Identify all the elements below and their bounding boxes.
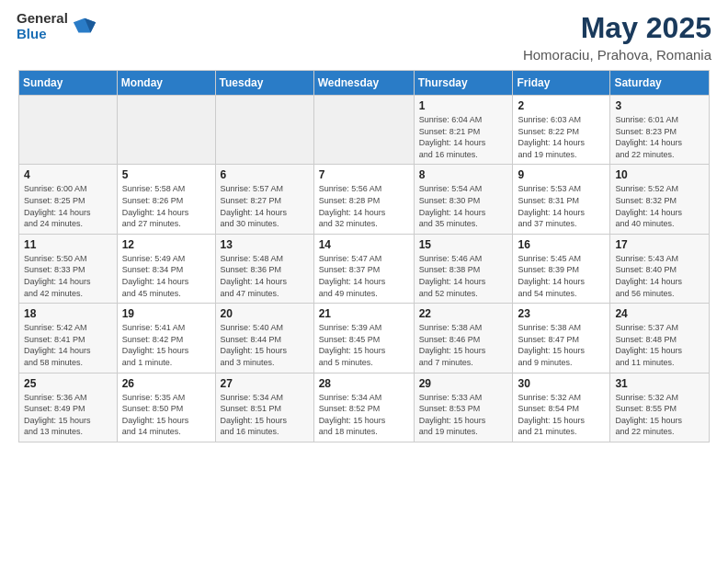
logo-general: General: [17, 11, 68, 27]
day-info: Sunrise: 6:01 AMSunset: 8:23 PMDaylight:…: [615, 115, 682, 159]
day-number: 20: [221, 307, 309, 320]
day-info: Sunrise: 5:45 AMSunset: 8:39 PMDaylight:…: [518, 254, 585, 298]
table-row: [313, 96, 414, 165]
table-row: 12Sunrise: 5:49 AMSunset: 8:34 PMDayligh…: [117, 234, 215, 303]
day-number: 10: [615, 168, 704, 181]
table-row: 27Sunrise: 5:34 AMSunset: 8:51 PMDayligh…: [215, 373, 313, 442]
day-number: 22: [419, 307, 508, 320]
calendar-week-3: 11Sunrise: 5:50 AMSunset: 8:33 PMDayligh…: [19, 234, 710, 303]
day-number: 16: [518, 238, 605, 251]
table-row: 29Sunrise: 5:33 AMSunset: 8:53 PMDayligh…: [414, 373, 513, 442]
month-year-title: May 2025: [523, 11, 711, 45]
calendar-table: Sunday Monday Tuesday Wednesday Thursday…: [18, 70, 710, 442]
table-row: 26Sunrise: 5:35 AMSunset: 8:50 PMDayligh…: [117, 373, 215, 442]
page-header: General Blue May 2025 Homoraciu, Prahova…: [0, 0, 728, 70]
day-number: 4: [24, 168, 112, 181]
table-row: 9Sunrise: 5:53 AMSunset: 8:31 PMDaylight…: [513, 165, 610, 234]
day-info: Sunrise: 5:52 AMSunset: 8:32 PMDaylight:…: [615, 184, 682, 228]
day-number: 31: [615, 377, 704, 390]
day-info: Sunrise: 5:42 AMSunset: 8:41 PMDaylight:…: [24, 323, 91, 367]
table-row: 14Sunrise: 5:47 AMSunset: 8:37 PMDayligh…: [313, 234, 414, 303]
day-info: Sunrise: 5:54 AMSunset: 8:30 PMDaylight:…: [419, 184, 486, 228]
logo: General Blue: [17, 11, 97, 41]
table-row: 19Sunrise: 5:41 AMSunset: 8:42 PMDayligh…: [117, 304, 215, 373]
calendar-week-4: 18Sunrise: 5:42 AMSunset: 8:41 PMDayligh…: [19, 304, 710, 373]
table-row: 13Sunrise: 5:48 AMSunset: 8:36 PMDayligh…: [215, 234, 313, 303]
table-row: 24Sunrise: 5:37 AMSunset: 8:48 PMDayligh…: [610, 304, 710, 373]
table-row: 25Sunrise: 5:36 AMSunset: 8:49 PMDayligh…: [19, 373, 118, 442]
day-number: 3: [615, 99, 704, 112]
table-row: 21Sunrise: 5:39 AMSunset: 8:45 PMDayligh…: [313, 304, 414, 373]
day-number: 17: [615, 238, 704, 251]
header-tuesday: Tuesday: [215, 71, 313, 96]
day-number: 25: [24, 377, 112, 390]
day-info: Sunrise: 5:34 AMSunset: 8:51 PMDaylight:…: [221, 393, 288, 437]
day-number: 23: [518, 307, 605, 320]
table-row: [19, 96, 118, 165]
table-row: 5Sunrise: 5:58 AMSunset: 8:26 PMDaylight…: [117, 165, 215, 234]
table-row: 16Sunrise: 5:45 AMSunset: 8:39 PMDayligh…: [513, 234, 610, 303]
day-info: Sunrise: 6:04 AMSunset: 8:21 PMDaylight:…: [419, 115, 486, 159]
calendar-wrapper: Sunday Monday Tuesday Wednesday Thursday…: [0, 70, 728, 452]
day-info: Sunrise: 5:46 AMSunset: 8:38 PMDaylight:…: [419, 254, 486, 298]
day-number: 18: [24, 307, 112, 320]
table-row: 2Sunrise: 6:03 AMSunset: 8:22 PMDaylight…: [513, 96, 610, 165]
header-friday: Friday: [513, 71, 610, 96]
day-number: 9: [518, 168, 605, 181]
table-row: 6Sunrise: 5:57 AMSunset: 8:27 PMDaylight…: [215, 165, 313, 234]
table-row: 10Sunrise: 5:52 AMSunset: 8:32 PMDayligh…: [610, 165, 710, 234]
table-row: [215, 96, 313, 165]
table-row: 30Sunrise: 5:32 AMSunset: 8:54 PMDayligh…: [513, 373, 610, 442]
day-number: 13: [221, 238, 309, 251]
day-info: Sunrise: 6:00 AMSunset: 8:25 PMDaylight:…: [24, 184, 91, 228]
day-info: Sunrise: 6:03 AMSunset: 8:22 PMDaylight:…: [518, 115, 585, 159]
table-row: 4Sunrise: 6:00 AMSunset: 8:25 PMDaylight…: [19, 165, 118, 234]
table-row: 22Sunrise: 5:38 AMSunset: 8:46 PMDayligh…: [414, 304, 513, 373]
logo-blue: Blue: [17, 27, 68, 42]
day-number: 26: [122, 377, 210, 390]
day-number: 14: [319, 238, 409, 251]
table-row: 8Sunrise: 5:54 AMSunset: 8:30 PMDaylight…: [414, 165, 513, 234]
day-info: Sunrise: 5:32 AMSunset: 8:55 PMDaylight:…: [615, 393, 682, 437]
table-row: 31Sunrise: 5:32 AMSunset: 8:55 PMDayligh…: [610, 373, 710, 442]
day-number: 2: [518, 99, 605, 112]
day-info: Sunrise: 5:37 AMSunset: 8:48 PMDaylight:…: [615, 323, 682, 367]
day-info: Sunrise: 5:56 AMSunset: 8:28 PMDaylight:…: [319, 184, 386, 228]
day-number: 15: [419, 238, 508, 251]
day-info: Sunrise: 5:35 AMSunset: 8:50 PMDaylight:…: [122, 393, 189, 437]
title-block: May 2025 Homoraciu, Prahova, Romania: [523, 11, 711, 63]
table-row: 1Sunrise: 6:04 AMSunset: 8:21 PMDaylight…: [414, 96, 513, 165]
day-number: 6: [221, 168, 309, 181]
table-row: 20Sunrise: 5:40 AMSunset: 8:44 PMDayligh…: [215, 304, 313, 373]
table-row: 18Sunrise: 5:42 AMSunset: 8:41 PMDayligh…: [19, 304, 118, 373]
header-thursday: Thursday: [414, 71, 513, 96]
day-number: 19: [122, 307, 210, 320]
table-row: [117, 96, 215, 165]
logo-icon: [72, 14, 97, 40]
day-number: 29: [419, 377, 508, 390]
day-number: 7: [319, 168, 409, 181]
day-info: Sunrise: 5:33 AMSunset: 8:53 PMDaylight:…: [419, 393, 486, 437]
header-sunday: Sunday: [19, 71, 118, 96]
day-info: Sunrise: 5:43 AMSunset: 8:40 PMDaylight:…: [615, 254, 682, 298]
day-info: Sunrise: 5:41 AMSunset: 8:42 PMDaylight:…: [122, 323, 189, 367]
day-number: 30: [518, 377, 605, 390]
table-row: 23Sunrise: 5:38 AMSunset: 8:47 PMDayligh…: [513, 304, 610, 373]
day-info: Sunrise: 5:40 AMSunset: 8:44 PMDaylight:…: [221, 323, 288, 367]
day-info: Sunrise: 5:47 AMSunset: 8:37 PMDaylight:…: [319, 254, 386, 298]
table-row: 28Sunrise: 5:34 AMSunset: 8:52 PMDayligh…: [313, 373, 414, 442]
day-info: Sunrise: 5:57 AMSunset: 8:27 PMDaylight:…: [221, 184, 288, 228]
day-info: Sunrise: 5:58 AMSunset: 8:26 PMDaylight:…: [122, 184, 189, 228]
table-row: 17Sunrise: 5:43 AMSunset: 8:40 PMDayligh…: [610, 234, 710, 303]
day-info: Sunrise: 5:36 AMSunset: 8:49 PMDaylight:…: [24, 393, 91, 437]
day-number: 5: [122, 168, 210, 181]
table-row: 11Sunrise: 5:50 AMSunset: 8:33 PMDayligh…: [19, 234, 118, 303]
day-number: 28: [319, 377, 409, 390]
day-number: 21: [319, 307, 409, 320]
table-row: 15Sunrise: 5:46 AMSunset: 8:38 PMDayligh…: [414, 234, 513, 303]
day-info: Sunrise: 5:48 AMSunset: 8:36 PMDaylight:…: [221, 254, 288, 298]
calendar-week-2: 4Sunrise: 6:00 AMSunset: 8:25 PMDaylight…: [19, 165, 710, 234]
header-saturday: Saturday: [610, 71, 710, 96]
day-info: Sunrise: 5:38 AMSunset: 8:47 PMDaylight:…: [518, 323, 585, 367]
table-row: 3Sunrise: 6:01 AMSunset: 8:23 PMDaylight…: [610, 96, 710, 165]
